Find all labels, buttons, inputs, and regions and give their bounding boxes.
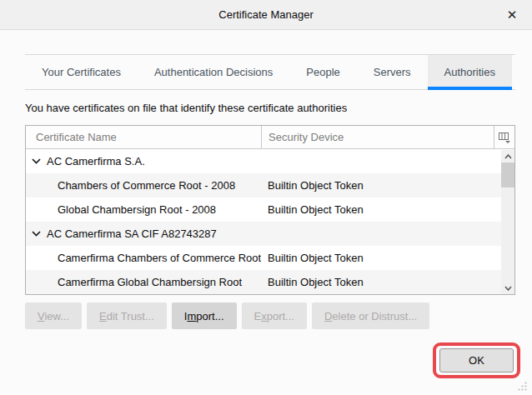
security-device: Builtin Object Token — [261, 276, 514, 288]
table-row[interactable]: Camerfirma Chambers of Commerce Root Bui… — [26, 246, 514, 270]
vertical-scrollbar[interactable] — [501, 150, 514, 294]
tab-authorities[interactable]: Authorities — [428, 55, 512, 89]
certificate-table: Certificate Name Security Device AC Came… — [25, 125, 515, 295]
column-picker-icon — [498, 132, 511, 143]
table-row[interactable]: Chambers of Commerce Root - 2008 Builtin… — [26, 173, 514, 198]
ok-button[interactable]: OK — [439, 348, 514, 372]
scroll-down-icon[interactable] — [501, 282, 514, 294]
tab-label: Servers — [374, 66, 411, 78]
table-row[interactable]: Global Chambersign Root - 2008 Builtin O… — [26, 198, 514, 222]
edit-trust-button[interactable]: Edit Trust... — [87, 302, 167, 329]
tab-people[interactable]: People — [289, 55, 356, 89]
tab-label: Your Certificates — [42, 66, 121, 78]
certificate-name: Camerfirma Global Chambersign Root — [58, 276, 242, 288]
certificate-name: AC Camerfirma S.A. — [47, 155, 145, 168]
chevron-down-icon[interactable] — [32, 231, 41, 237]
delete-or-distrust-button[interactable]: Delete or Distrust... — [312, 302, 429, 329]
column-picker-button[interactable] — [494, 126, 514, 148]
title-bar: Certificate Manager ✕ — [0, 0, 532, 30]
column-header-security-device[interactable]: Security Device — [261, 126, 494, 148]
tab-label: Authentication Decisions — [154, 66, 273, 78]
table-row[interactable]: Camerfirma Global Chambersign Root Built… — [26, 270, 514, 294]
close-icon[interactable]: ✕ — [497, 0, 527, 29]
certificate-name: Camerfirma Chambers of Commerce Root — [58, 252, 261, 264]
scroll-up-icon[interactable] — [501, 150, 514, 162]
certificate-name: Chambers of Commerce Root - 2008 — [58, 179, 235, 192]
import-button[interactable]: Import... — [172, 302, 237, 329]
certificate-manager-dialog: Certificate Manager ✕ Your Certificates … — [0, 0, 532, 395]
certificate-name: AC Camerfirma SA CIF A82743287 — [47, 228, 217, 240]
table-header: Certificate Name Security Device — [26, 126, 514, 149]
table-body: AC Camerfirma S.A. Chambers of Commerce … — [26, 149, 514, 294]
tab-authentication-decisions[interactable]: Authentication Decisions — [138, 55, 289, 89]
security-device: Builtin Object Token — [261, 252, 514, 264]
security-device: Builtin Object Token — [261, 203, 514, 216]
dialog-title: Certificate Manager — [218, 8, 313, 21]
export-button[interactable]: Export... — [242, 302, 307, 329]
security-device: Builtin Object Token — [261, 179, 514, 192]
tab-label: Authorities — [444, 66, 495, 78]
description-text: You have certificates on file that ident… — [25, 102, 507, 114]
action-button-row: View... Edit Trust... Import... Export..… — [25, 302, 515, 329]
annotation-highlight: OK — [433, 342, 520, 378]
resize-grip[interactable] — [517, 381, 528, 392]
table-row[interactable]: AC Camerfirma S.A. — [26, 149, 514, 173]
column-header-certificate-name[interactable]: Certificate Name — [26, 126, 261, 148]
certificate-name: Global Chambersign Root - 2008 — [58, 203, 216, 216]
tab-strip: Your Certificates Authentication Decisio… — [25, 54, 515, 90]
tab-servers[interactable]: Servers — [357, 55, 428, 89]
scrollbar-thumb[interactable] — [501, 162, 514, 188]
view-button[interactable]: View... — [25, 302, 82, 329]
tab-your-certificates[interactable]: Your Certificates — [25, 55, 138, 89]
chevron-down-icon[interactable] — [32, 158, 41, 164]
tab-label: People — [306, 66, 339, 78]
table-row[interactable]: AC Camerfirma SA CIF A82743287 — [26, 222, 514, 246]
